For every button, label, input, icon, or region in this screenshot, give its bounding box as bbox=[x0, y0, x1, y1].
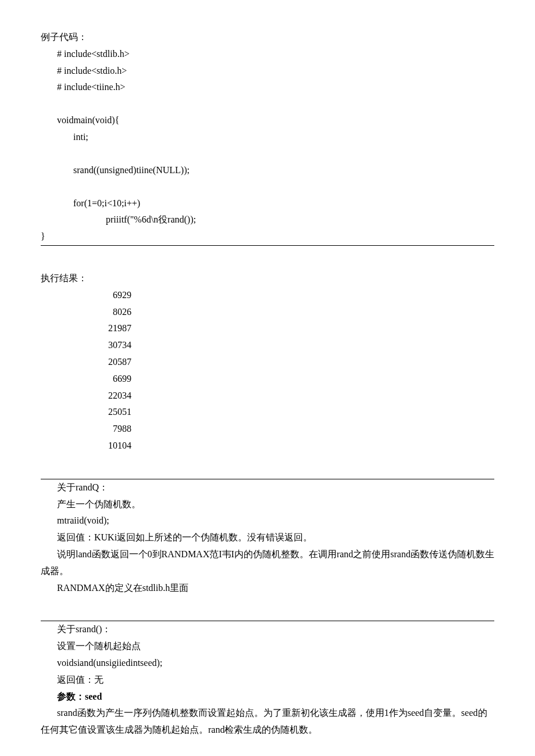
result-num-10: 10104 bbox=[73, 438, 131, 454]
result-num-5: 20587 bbox=[73, 354, 131, 371]
close-brace: } bbox=[41, 228, 494, 245]
rand-randmax: RANDMAX的定义在stdlib.h里面 bbox=[41, 580, 494, 597]
rand-sig: mtraiid(void); bbox=[41, 513, 494, 529]
srand-explanation: srand函数为产生一序列伪随机整数而设置起始点。为了重新初化该生成器，使用1作… bbox=[41, 705, 494, 739]
result-num-8: 25051 bbox=[73, 404, 131, 421]
rand-section: 关于randQ： 产生一个伪随机数。 mtraiid(void); 返回值：KU… bbox=[41, 479, 494, 597]
result-num-9: 7988 bbox=[73, 421, 131, 438]
code-title: 例子代码： bbox=[41, 29, 494, 46]
rand-return: 返回值：KUKi返回如上所述的一个伪随机数。没有错误返回。 bbox=[41, 529, 494, 546]
body-line-3: srand((unsigned)tiine(NULL)); bbox=[41, 162, 494, 179]
printf-line: priiitf("%6d\n役rand()); bbox=[41, 212, 494, 228]
result-num-4: 30734 bbox=[73, 337, 131, 354]
main-decl: voidmain(void){ bbox=[41, 112, 494, 129]
rand-title: 关于randQ： bbox=[41, 479, 494, 496]
rand-explanation: 说明land函数返回一个0到RANDMAX范I韦I内的伪随机整数。在调用rand… bbox=[41, 546, 494, 580]
rand-desc: 产生一个伪随机数。 bbox=[41, 496, 494, 513]
srand-title: 关于srand()： bbox=[41, 621, 494, 638]
result-title: 执行结果： bbox=[41, 270, 494, 287]
srand-section: 关于srand()： 设置一个随机起始点 voidsiand(unsigiied… bbox=[41, 621, 494, 739]
result-section: 执行结果： 6929 8026 21987 30734 20587 6699 2… bbox=[41, 270, 494, 454]
result-num-2: 8026 bbox=[73, 304, 131, 321]
result-numbers: 6929 8026 21987 30734 20587 6699 22034 2… bbox=[41, 287, 494, 454]
result-num-3: 21987 bbox=[73, 320, 131, 337]
body-line-5: for(1=0;i<10;i++) bbox=[41, 195, 494, 212]
code-section: 例子代码： # include<stdlib.h> # include<stdi… bbox=[41, 29, 494, 245]
result-num-7: 22034 bbox=[73, 388, 131, 404]
include-line-1: # include<stdlib.h> bbox=[41, 46, 494, 63]
include-line-2: # include<stdio.h> bbox=[41, 63, 494, 80]
result-num-1: 6929 bbox=[73, 287, 131, 304]
result-num-6: 6699 bbox=[73, 371, 131, 388]
srand-params: 参数：seed bbox=[41, 689, 494, 705]
srand-desc: 设置一个随机起始点 bbox=[41, 638, 494, 655]
srand-sig: voidsiand(unsigiiedintseed); bbox=[41, 655, 494, 672]
body-line-1: inti; bbox=[41, 129, 494, 146]
srand-return: 返回值：无 bbox=[41, 672, 494, 689]
include-line-3: # include<tiine.h> bbox=[41, 79, 494, 96]
